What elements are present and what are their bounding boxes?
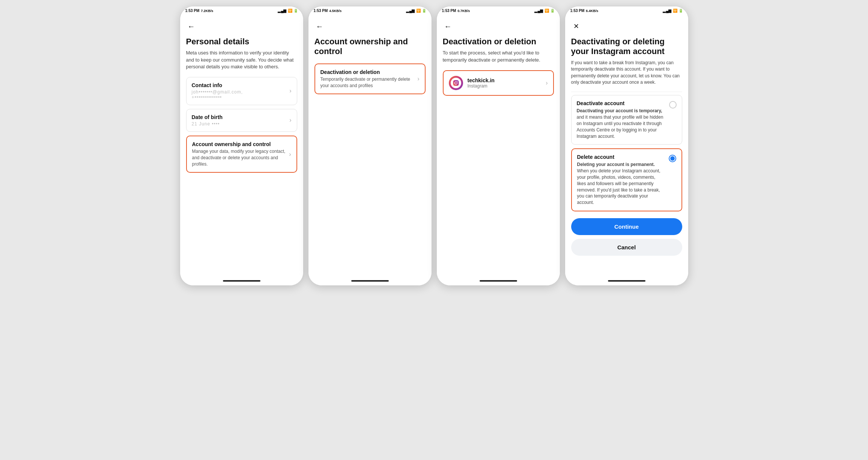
screen4-desc: If you want to take a break from Instagr… (571, 60, 682, 86)
deactivate-desc: Deactivating your account is temporary, … (577, 108, 665, 139)
signal-icon-2: ▂▄▆ (406, 9, 415, 13)
instagram-logo-inner (451, 78, 461, 88)
status-bar-3: 1:53 PM 0.7KB/s ▂▄▆ 🛜 🔋 (437, 6, 560, 14)
screen-personal-details: ← Personal details Meta uses this inform… (180, 14, 303, 277)
time-label-3: 1:53 PM (442, 9, 456, 13)
account-ownership-desc: Manage your data, modify your legacy con… (192, 148, 286, 167)
time-label-4: 1:53 PM (570, 9, 585, 13)
battery-icon-3: 🔋 (550, 9, 555, 13)
dob-content: Date of birth 21 June •••• (192, 114, 287, 127)
account-platform: Instagram (468, 83, 539, 89)
phone-screen-4: 1:53 PM 6.4KB/s ▂▄▆ 🛜 🔋 ✕ Deactivating o… (565, 6, 689, 286)
dob-arrow: › (289, 117, 291, 124)
screen4-title: Deactivating or deleting your Instagram … (571, 37, 682, 57)
account-arrow: › (546, 80, 548, 86)
deactivate-radio[interactable] (669, 101, 677, 109)
status-bar-4: 1:53 PM 6.4KB/s ▂▄▆ 🛜 🔋 (565, 6, 688, 14)
battery-icon-1: 🔋 (293, 9, 298, 13)
contact-email-blurred: joh•••••••@gmail.com, (192, 89, 287, 95)
account-info: techkick.in Instagram (468, 77, 539, 89)
deactivation-content: Deactivation or deletion Temporarily dea… (320, 69, 415, 89)
screen-deactivation: ← Deactivation or deletion To start the … (437, 14, 560, 277)
cancel-button[interactable]: Cancel (571, 239, 682, 256)
home-indicator-4 (565, 277, 688, 285)
status-icons-1: ▂▄▆ 🛜 🔋 (278, 9, 298, 13)
delete-desc: Deleting your account is permanent. When… (577, 161, 665, 206)
screen2-title: Account ownership and control (314, 37, 426, 57)
signal-icon-1: ▂▄▆ (278, 9, 286, 13)
deactivate-option[interactable]: Deactivate account Deactivating your acc… (571, 95, 682, 145)
account-name: techkick.in (468, 77, 539, 83)
status-icons-3: ▂▄▆ 🛜 🔋 (534, 9, 554, 13)
home-bar-2 (351, 280, 389, 282)
delete-content: Delete account Deleting your account is … (577, 154, 665, 206)
wifi-icon-3: 🛜 (545, 9, 549, 13)
dob-title: Date of birth (192, 114, 287, 120)
account-ownership-content: Account ownership and control Manage you… (192, 141, 286, 167)
close-button-4[interactable]: ✕ (571, 21, 582, 32)
wifi-icon-1: 🛜 (288, 9, 292, 13)
contact-info-title: Contact info (192, 82, 287, 88)
phone-screen-2: 1:53 PM 4.5KB/s ▂▄▆ 🛜 🔋 ← Account owners… (308, 6, 432, 286)
wifi-icon-4: 🛜 (673, 9, 677, 13)
network-speed-3: 0.7KB/s (457, 9, 470, 13)
time-label-2: 1:53 PM (314, 9, 328, 13)
back-button-2[interactable]: ← (314, 21, 325, 32)
dob-value-blurred: 21 June •••• (192, 121, 287, 127)
screen3-subtitle: To start the process, select what you'd … (443, 50, 554, 63)
status-bar-1: 1:53 PM 7.2KB/s ▂▄▆ 🛜 🔋 (180, 6, 303, 14)
signal-icon-4: ▂▄▆ (663, 9, 671, 13)
home-bar-3 (480, 280, 517, 282)
continue-button[interactable]: Continue (571, 218, 682, 235)
instagram-icon (449, 76, 463, 90)
deactivate-content: Deactivate account Deactivating your acc… (577, 100, 665, 139)
back-button-1[interactable]: ← (186, 21, 197, 32)
status-time-1: 1:53 PM 7.2KB/s (185, 9, 214, 13)
contact-arrow: › (289, 87, 291, 94)
network-speed-4: 6.4KB/s (586, 9, 598, 13)
deactivation-deletion-item[interactable]: Deactivation or deletion Temporarily dea… (314, 63, 426, 95)
deactivation-arrow: › (417, 75, 419, 82)
home-indicator-2 (308, 277, 432, 285)
instagram-logo-svg (453, 80, 459, 86)
home-bar-4 (608, 280, 645, 282)
deactivation-desc: Temporarily deactivate or permanently de… (320, 76, 415, 89)
screen1-title: Personal details (186, 37, 297, 47)
screen1-subtitle: Meta uses this information to verify you… (186, 50, 297, 70)
dob-item[interactable]: Date of birth 21 June •••• › (186, 109, 297, 132)
delete-title: Delete account (577, 154, 665, 160)
delete-radio[interactable] (669, 155, 676, 162)
home-indicator-3 (437, 277, 560, 285)
deactivate-title: Deactivate account (577, 100, 665, 106)
screen-account-ownership: ← Account ownership and control Deactiva… (308, 14, 432, 277)
account-ownership-arrow: › (289, 151, 291, 158)
status-icons-2: ▂▄▆ 🛜 🔋 (406, 9, 426, 13)
network-speed-2: 4.5KB/s (329, 9, 341, 13)
delete-option[interactable]: Delete account Deleting your account is … (571, 148, 682, 211)
wifi-icon-2: 🛜 (416, 9, 421, 13)
signal-icon-3: ▂▄▆ (534, 9, 543, 13)
screen-delete-deactivate: ✕ Deactivating or deleting your Instagra… (565, 14, 688, 277)
svg-rect-0 (453, 80, 459, 86)
svg-point-2 (457, 81, 457, 82)
account-ownership-title: Account ownership and control (192, 141, 286, 147)
deactivation-title: Deactivation or deletion (320, 69, 415, 75)
phone-screen-1: 1:53 PM 7.2KB/s ▂▄▆ 🛜 🔋 ← Personal detai… (180, 6, 304, 286)
back-button-3[interactable]: ← (443, 21, 453, 32)
status-time-2: 1:53 PM 4.5KB/s (314, 9, 342, 13)
status-time-4: 1:53 PM 6.4KB/s (570, 9, 599, 13)
screen3-title: Deactivation or deletion (443, 37, 554, 47)
status-time-3: 1:53 PM 0.7KB/s (442, 9, 470, 13)
account-ownership-item[interactable]: Account ownership and control Manage you… (186, 136, 297, 173)
battery-icon-2: 🔋 (422, 9, 426, 13)
contact-info-item[interactable]: Contact info joh•••••••@gmail.com, +••••… (186, 77, 297, 105)
network-speed-1: 7.2KB/s (201, 9, 213, 13)
battery-icon-4: 🔋 (678, 9, 683, 13)
home-indicator-1 (180, 277, 303, 285)
divider-1 (571, 92, 682, 92)
home-bar-1 (223, 280, 260, 282)
contact-phone-blurred: +•••••••••••••• (192, 95, 287, 100)
phone-screen-3: 1:53 PM 0.7KB/s ▂▄▆ 🛜 🔋 ← Deactivation o… (436, 6, 560, 286)
instagram-account-item[interactable]: techkick.in Instagram › (443, 70, 554, 96)
contact-info-content: Contact info joh•••••••@gmail.com, +••••… (192, 82, 287, 100)
